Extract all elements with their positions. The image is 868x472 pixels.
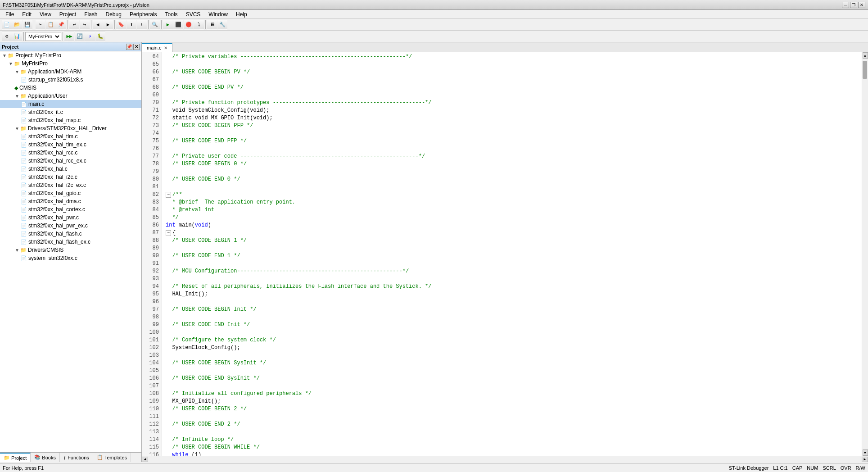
code-line [166,260,858,268]
tab-templates[interactable]: 📋 Templates [93,453,131,462]
save-button[interactable]: 💾 [23,20,32,30]
tree-item[interactable]: 📄stm32f0xx_hal_flash_ex.c [0,238,141,246]
menu-item-peripherals[interactable]: Peripherals [126,10,161,18]
panel-pin-button[interactable]: 📌 [126,44,132,50]
manage-projects-button[interactable]: 📊 [12,32,22,41]
tree-item[interactable]: 📄stm32f0xx_hal_rcc_ex.c [0,157,141,165]
tree-item[interactable]: 📄stm32f0xx_hal_pwr_ex.c [0,222,141,230]
tree-item[interactable]: 📄system_stm32f0xx.c [0,254,141,262]
tree-item[interactable]: 📄stm32f0xx_hal_dma.c [0,197,141,205]
code-line [166,329,858,336]
vertical-scrollbar[interactable]: ▲ ▼ [862,52,868,456]
copy-button[interactable]: 📋 [46,20,56,30]
collapse-icon[interactable]: − [166,230,171,236]
debug-stop-button[interactable]: 🔴 [184,20,194,30]
tree-item[interactable]: 📄stm32f0xx_hal_msp.c [0,116,141,124]
tree-item[interactable]: ▼📁MyFristPro [0,59,141,68]
tree-item[interactable]: 📄stm32f0xx_hal_cortex.c [0,205,141,213]
menu-item-view[interactable]: View [36,10,55,18]
panel-close-button[interactable]: ✕ [133,44,140,50]
tree-item[interactable]: 📄stm32f0xx_it.c [0,108,141,116]
tree-item[interactable]: ◆CMSIS [0,84,141,92]
menu-item-help[interactable]: Help [232,10,251,18]
tree-item[interactable]: 📄stm32f0xx_hal_i2c.c [0,173,141,181]
run-button[interactable]: ▶ [163,20,173,30]
prev-bookmark-button[interactable]: ⬆ [127,20,136,30]
tab-functions[interactable]: ƒ Functions [60,453,93,462]
nav-fwd-button[interactable]: ▶ [103,20,113,30]
menu-item-edit[interactable]: Edit [18,10,35,18]
tree-item[interactable]: 📄main.c [0,100,141,108]
tab-project[interactable]: 📁 Project [0,453,31,462]
tree-item[interactable]: 📄stm32f0xx_hal_tim_ex.c [0,141,141,149]
scroll-track[interactable] [862,59,868,449]
menu-item-debug[interactable]: Debug [102,10,125,18]
menu-item-project[interactable]: Project [56,10,80,18]
scroll-h-track[interactable] [148,456,862,462]
tree-item[interactable]: ▼📁Drivers/CMSIS [0,246,141,254]
tree-item-label: stm32f0xx_hal_pwr.c [28,214,79,221]
menu-item-file[interactable]: File [2,10,18,18]
rebuild-button[interactable]: 🔄 [75,32,85,41]
horizontal-scrollbar[interactable]: ◀ ▶ [142,456,868,462]
menu-item-window[interactable]: Window [205,10,231,18]
find-button[interactable]: 🔍 [150,20,160,30]
stop-button[interactable]: ⬛ [173,20,183,30]
tree-expand-icon[interactable]: ▼ [14,248,20,253]
restore-button[interactable]: ❐ [850,2,857,8]
tree-item[interactable]: ▼📁Project: MyFristPro [0,51,141,59]
tools-button[interactable]: 🔧 [217,20,227,30]
scroll-left-arrow[interactable]: ◀ [142,457,148,462]
tree-item[interactable]: 📄stm32f0xx_hal.c [0,165,141,173]
tree-item[interactable]: 📄stm32f0xx_hal_gpio.c [0,189,141,197]
cut-button[interactable]: ✂ [36,20,45,30]
undo-button[interactable]: ↩ [69,20,79,30]
tree-expand-icon[interactable]: ▼ [14,69,20,74]
scroll-down-arrow[interactable]: ▼ [863,449,868,456]
tree-expand-icon[interactable]: ▼ [2,53,7,58]
code-line [166,130,858,137]
tree-item[interactable]: ▼📁Application/MDK-ARM [0,68,141,76]
step-button[interactable]: ⤵ [194,20,204,30]
tree-item[interactable]: 📄stm32f0xx_hal_rcc.c [0,149,141,157]
menu-item-svcs[interactable]: SVCS [182,10,204,18]
debug-button[interactable]: 🐛 [95,32,105,41]
tree-expand-icon[interactable]: ▼ [14,94,20,99]
code-content[interactable]: /* Private variables -------------------… [162,52,862,456]
minimize-button[interactable]: ─ [842,2,849,8]
tree-item-label: stm32f0xx_it.c [28,109,63,115]
paste-button[interactable]: 📌 [56,20,66,30]
tab-books[interactable]: 📚 Books [31,453,60,462]
scroll-thumb[interactable] [863,61,867,79]
redo-button[interactable]: ↪ [80,20,90,30]
nav-back-button[interactable]: ◀ [93,20,103,30]
tree-item[interactable]: ▼📁Drivers/STM32F0xx_HAL_Driver [0,124,141,132]
scroll-right-arrow[interactable]: ▶ [862,457,868,462]
tree-expand-icon[interactable]: ▼ [14,126,20,131]
collapse-icon[interactable]: − [166,192,171,198]
tree-item[interactable]: 📄stm32f0xx_hal_pwr.c [0,213,141,222]
project-combo[interactable]: MyFristPro [25,32,61,41]
tree-item[interactable]: 📄stm32f0xx_hal_flash.c [0,230,141,238]
display-button[interactable]: 🖥 [207,20,217,30]
scroll-up-arrow[interactable]: ▲ [863,52,868,59]
target-config-button[interactable]: ⚙ [2,32,12,41]
editor-tab-main-c[interactable]: main.c ✕ [142,43,172,52]
close-button[interactable]: ✕ [858,2,865,8]
bookmark-button[interactable]: 🔖 [116,20,126,30]
tree-expand-icon[interactable]: ▼ [8,61,14,66]
tree-item[interactable]: ▼📁Application/User [0,92,141,100]
menu-item-flash[interactable]: Flash [81,10,101,18]
flash-button[interactable]: ⚡ [85,32,95,41]
tree-item[interactable]: 📄stm32f0xx_hal_tim.c [0,132,141,141]
open-file-button[interactable]: 📂 [12,20,22,30]
new-file-button[interactable]: 📄 [2,20,12,30]
build-button[interactable]: ▶▶ [64,32,74,41]
tree-item[interactable]: 📄stm32f0xx_hal_i2c_ex.c [0,181,141,189]
menu-item-tools[interactable]: Tools [162,10,181,18]
editor-tab-close-icon[interactable]: ✕ [164,45,167,50]
tree-item[interactable]: 📄startup_stm32f051x8.s [0,76,141,84]
line-number: 96 [142,298,159,306]
title-text: F:\STM32F051\MyFristPro\MDK-ARM\MyFristP… [3,2,149,8]
next-bookmark-button[interactable]: ⬇ [137,20,147,30]
